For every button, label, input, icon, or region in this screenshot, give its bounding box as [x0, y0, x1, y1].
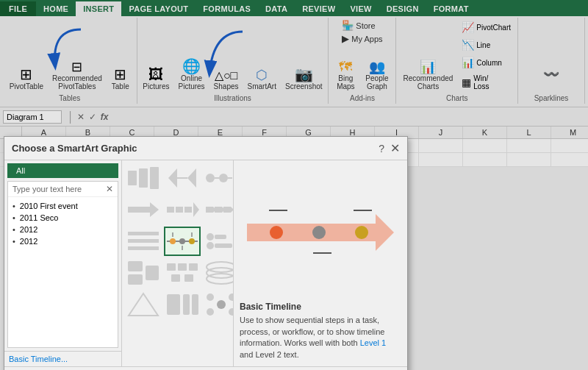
smartart-item-13[interactable] [125, 290, 162, 319]
svg-rect-22 [128, 246, 159, 250]
svg-point-30 [207, 233, 214, 241]
svg-rect-34 [128, 261, 143, 271]
svg-rect-13 [167, 207, 174, 213]
text-panel-title: Type your text here [12, 185, 82, 193]
smartart-dialog: Choose a SmartArt Graphic ? ✕ All Type y… [4, 136, 408, 370]
svg-rect-20 [128, 232, 159, 235]
svg-rect-39 [189, 263, 198, 271]
smartart-item-14[interactable] [164, 290, 201, 319]
smartart-item-6[interactable] [203, 195, 234, 224]
svg-rect-11 [128, 207, 150, 213]
svg-point-24 [170, 238, 176, 244]
svg-rect-40 [171, 274, 180, 282]
smartart-item-3[interactable] [203, 163, 234, 193]
preview-title: Basic Timeline [240, 302, 401, 312]
svg-marker-12 [150, 202, 159, 217]
svg-point-8 [219, 174, 228, 182]
smartart-item-5[interactable] [164, 195, 201, 224]
text-panel-header: Type your text here ✕ [8, 182, 118, 197]
svg-rect-37 [167, 263, 176, 271]
left-panel: All Type your text here ✕ 2010 First eve… [4, 160, 122, 366]
timeline-preview-svg [240, 196, 401, 269]
smartart-item-4[interactable] [125, 195, 162, 224]
dialog-close-button[interactable]: ✕ [390, 141, 400, 155]
svg-marker-19 [223, 207, 234, 213]
svg-rect-38 [178, 263, 187, 271]
preview-description: Basic Timeline Use to show sequential st… [240, 302, 401, 360]
svg-point-55 [270, 226, 283, 239]
dialog-footer: OK Cancel [4, 366, 407, 370]
preview-desc-2: and Level 2 text. [240, 350, 299, 359]
smartart-item-11[interactable] [164, 258, 201, 288]
text-item-3: 2012 [12, 224, 113, 235]
svg-rect-31 [215, 235, 226, 239]
dialog-title: Choose a SmartArt Graphic [12, 143, 137, 154]
svg-point-56 [312, 226, 326, 239]
smartart-item-7[interactable] [125, 227, 162, 256]
text-input-panel: Type your text here ✕ 2010 First event 2… [7, 181, 118, 348]
svg-rect-1 [139, 168, 148, 188]
svg-rect-47 [192, 294, 198, 315]
svg-point-49 [229, 293, 234, 301]
svg-point-50 [207, 308, 214, 316]
smartart-item-1[interactable] [125, 163, 162, 193]
svg-point-42 [207, 262, 234, 272]
text-item-1: 2010 First event [12, 200, 113, 212]
svg-rect-41 [184, 274, 193, 282]
text-panel-close-button[interactable]: ✕ [106, 184, 113, 194]
smartart-item-2[interactable] [164, 163, 201, 193]
svg-rect-45 [167, 294, 180, 315]
svg-marker-18 [215, 207, 225, 213]
smartart-item-15[interactable] [203, 290, 234, 319]
smartart-item-12[interactable] [203, 258, 234, 288]
preview-area [240, 166, 401, 299]
smartart-item-8-selected[interactable] [164, 227, 201, 256]
svg-point-51 [229, 308, 234, 316]
svg-marker-5 [187, 168, 196, 188]
bottom-label[interactable]: Basic Timeline... [4, 351, 121, 366]
svg-point-43 [207, 268, 234, 278]
svg-point-6 [206, 174, 215, 182]
text-item-4: 2012 [12, 235, 113, 247]
preview-highlight-1: Level 1 [360, 338, 386, 347]
svg-rect-2 [150, 167, 159, 189]
svg-rect-15 [184, 207, 192, 213]
svg-point-26 [189, 238, 195, 244]
text-item-2: 2011 Seco [12, 212, 113, 224]
right-panel: Basic Timeline Use to show sequential st… [234, 160, 407, 366]
all-button[interactable]: All [7, 163, 118, 178]
svg-marker-3 [168, 168, 177, 188]
middle-panel[interactable] [122, 160, 234, 366]
dialog-body: All Type your text here ✕ 2010 First eve… [4, 160, 407, 366]
svg-marker-16 [193, 202, 199, 217]
preview-text: Use to show sequential steps in a task, … [240, 315, 401, 360]
svg-marker-17 [206, 207, 216, 213]
svg-rect-35 [128, 274, 143, 285]
svg-point-44 [207, 274, 234, 284]
smartart-item-9[interactable] [203, 227, 234, 256]
svg-rect-14 [176, 207, 183, 213]
svg-rect-36 [146, 266, 159, 280]
svg-point-48 [207, 293, 214, 301]
svg-rect-21 [128, 239, 159, 243]
svg-rect-46 [183, 294, 190, 315]
svg-point-57 [355, 226, 368, 239]
svg-rect-0 [128, 171, 137, 185]
dialog-help-button[interactable]: ? [379, 143, 384, 154]
dialog-controls: ? ✕ [379, 141, 400, 155]
svg-point-25 [179, 238, 185, 244]
smartart-item-10[interactable] [125, 258, 162, 288]
svg-point-52 [217, 300, 226, 309]
svg-point-32 [207, 242, 214, 249]
text-panel-content: 2010 First event 2011 Seco 2012 2012 [8, 197, 118, 250]
svg-rect-33 [215, 243, 232, 248]
dialog-title-bar: Choose a SmartArt Graphic ? ✕ [4, 137, 407, 160]
